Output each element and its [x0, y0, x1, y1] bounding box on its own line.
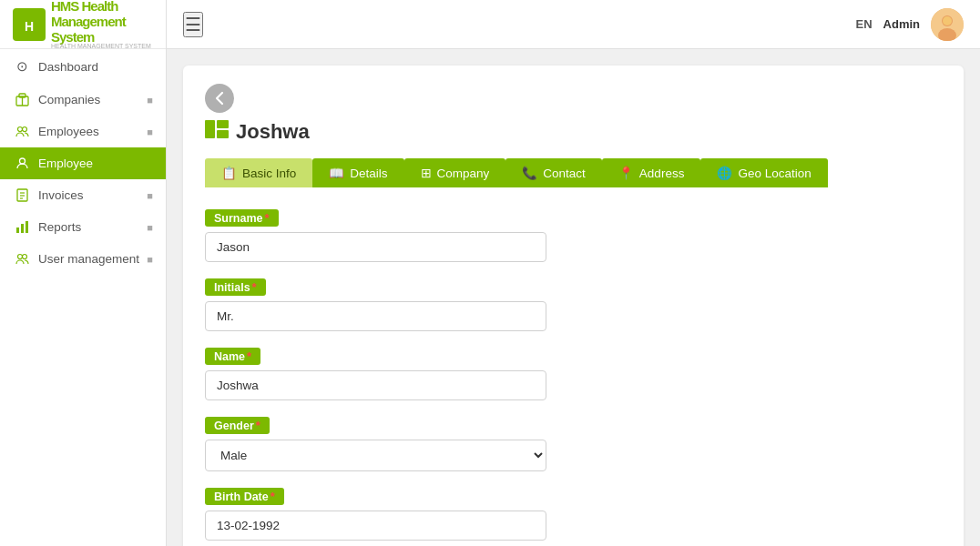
companies-icon	[13, 93, 31, 106]
sidebar-item-employee[interactable]: Employee	[0, 147, 166, 179]
tabs-bar: 📋 Basic Info 📖 Details ⊞ Company 📞 Conta…	[205, 158, 942, 187]
chevron-right-icon: ■	[147, 254, 153, 265]
gender-select[interactable]: Male Female Other	[205, 440, 546, 471]
topbar-right: EN Admin	[855, 8, 964, 41]
tab-address[interactable]: 📍 Address	[602, 158, 701, 187]
tab-company-icon: ⊞	[421, 166, 432, 180]
tab-geo-location-icon: 🌐	[717, 166, 732, 180]
name-group: Name*	[205, 348, 942, 400]
surname-group: Surname*	[205, 209, 942, 262]
main-area: ☰ EN Admin	[167, 0, 980, 546]
svg-rect-23	[217, 130, 229, 138]
sidebar-item-dashboard[interactable]: ⊙ Dashboard	[0, 49, 166, 84]
basic-info-form: Surname* Initials* Name*	[205, 209, 942, 546]
svg-point-7	[19, 158, 25, 164]
tab-geo-location[interactable]: 🌐 Geo Location	[700, 158, 827, 187]
sidebar-item-companies[interactable]: Companies ■	[0, 84, 166, 116]
surname-input[interactable]	[205, 232, 546, 262]
chevron-right-icon: ■	[147, 222, 153, 233]
tab-address-label: Address	[639, 167, 685, 180]
name-input[interactable]	[205, 370, 546, 400]
tab-address-icon: 📍	[618, 166, 634, 180]
reports-icon	[13, 220, 31, 234]
tab-contact[interactable]: 📞 Contact	[505, 158, 602, 187]
tab-basic-info-label: Basic Info	[242, 167, 296, 180]
tab-details-icon: 📖	[329, 166, 344, 180]
tab-basic-info-icon: 📋	[221, 166, 237, 180]
invoices-icon	[13, 188, 31, 202]
svg-point-15	[17, 255, 22, 259]
content-area: Joshwa 📋 Basic Info 📖 Details ⊞ Company …	[167, 49, 980, 546]
admin-name-label: Admin	[883, 17, 920, 31]
sidebar-item-invoices[interactable]: Invoices ■	[0, 179, 166, 211]
svg-text:H: H	[25, 19, 34, 34]
tab-geo-location-label: Geo Location	[738, 167, 811, 180]
back-button[interactable]	[205, 84, 234, 113]
svg-rect-14	[26, 221, 28, 233]
tab-company[interactable]: ⊞ Company	[404, 158, 506, 187]
tab-details-label: Details	[350, 167, 387, 180]
dashboard-icon: ⊙	[13, 58, 31, 75]
employee-icon	[13, 157, 31, 170]
initials-label: Initials*	[205, 278, 266, 296]
avatar	[931, 8, 964, 41]
sidebar-item-label: Employees	[38, 125, 99, 138]
gender-label: Gender*	[205, 417, 270, 434]
tab-contact-icon: 📞	[522, 166, 537, 180]
sidebar-item-label: Reports	[38, 220, 81, 234]
initials-input[interactable]	[205, 301, 546, 331]
tab-basic-info[interactable]: 📋 Basic Info	[205, 158, 312, 187]
initials-group: Initials*	[205, 278, 942, 331]
page-title: Joshwa	[205, 120, 942, 144]
hamburger-button[interactable]: ☰	[183, 12, 203, 37]
tab-company-label: Company	[437, 167, 490, 180]
chevron-right-icon: ■	[147, 95, 153, 106]
surname-label: Surname*	[205, 209, 279, 227]
content-card: Joshwa 📋 Basic Info 📖 Details ⊞ Company …	[183, 66, 964, 546]
page-title-text: Joshwa	[236, 120, 310, 144]
logo-area: H HMS Health Management System HEALTH MA…	[0, 0, 166, 49]
employees-icon	[13, 125, 31, 138]
birth-date-input[interactable]	[205, 511, 546, 541]
sidebar: H HMS Health Management System HEALTH MA…	[0, 0, 167, 546]
user-management-icon	[13, 252, 31, 266]
svg-point-16	[22, 255, 26, 259]
chevron-right-icon: ■	[147, 126, 153, 137]
tab-contact-label: Contact	[543, 167, 586, 180]
sidebar-item-user-management[interactable]: User management ■	[0, 243, 166, 275]
gender-group: Gender* Male Female Other	[205, 417, 942, 471]
sidebar-item-label: Invoices	[38, 188, 84, 202]
svg-rect-13	[21, 224, 24, 233]
birth-date-group: Birth Date*	[205, 488, 942, 541]
svg-rect-21	[205, 120, 215, 138]
logo-text: HMS Health Management System	[51, 0, 153, 45]
chevron-right-icon: ■	[147, 190, 153, 201]
sidebar-item-label: Employee	[38, 157, 93, 170]
sidebar-item-employees[interactable]: Employees ■	[0, 116, 166, 147]
name-label: Name*	[205, 348, 260, 365]
language-label[interactable]: EN	[855, 17, 872, 31]
svg-point-20	[943, 16, 952, 25]
page-title-icon	[205, 120, 229, 144]
svg-rect-12	[16, 228, 19, 233]
svg-point-5	[17, 127, 22, 132]
svg-rect-22	[217, 120, 229, 128]
sidebar-item-label: Companies	[38, 93, 100, 106]
svg-point-6	[22, 127, 26, 132]
sidebar-item-label: Dashboard	[38, 60, 98, 74]
logo-icon: H	[13, 8, 46, 41]
tab-details[interactable]: 📖 Details	[312, 158, 403, 187]
sidebar-item-label: User management	[38, 252, 139, 266]
birth-date-label: Birth Date*	[205, 488, 284, 505]
topbar: ☰ EN Admin	[167, 0, 980, 49]
sidebar-item-reports[interactable]: Reports ■	[0, 211, 166, 243]
